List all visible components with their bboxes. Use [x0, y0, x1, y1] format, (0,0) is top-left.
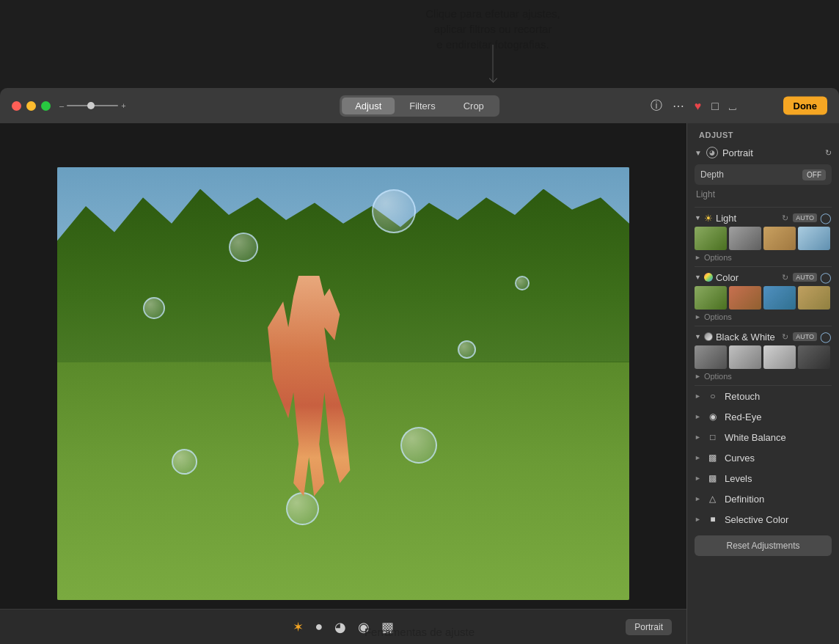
white-balance-icon: □ — [707, 431, 719, 443]
color-options-label[interactable]: Options — [704, 312, 732, 321]
selective-color-expand-icon[interactable]: ► — [695, 516, 701, 523]
color-thumb-1[interactable] — [695, 286, 727, 310]
portrait-icon: ◕ — [706, 147, 718, 158]
depth-label: Depth — [700, 169, 802, 180]
bw-options-chevron[interactable]: ► — [695, 373, 701, 380]
done-button[interactable]: Done — [783, 97, 828, 115]
color-thumb-3[interactable] — [763, 286, 796, 310]
color-thumb-2[interactable] — [729, 286, 761, 310]
brightness-max-icon: + — [121, 101, 125, 110]
portrait-title: Portrait — [722, 147, 821, 158]
favorite-icon[interactable]: ♥ — [695, 99, 702, 112]
white-balance-item[interactable]: ► □ White Balance — [687, 427, 839, 447]
photo-canvas — [57, 167, 629, 600]
light-options-label[interactable]: Options — [704, 253, 732, 262]
light-thumb-4[interactable] — [798, 227, 830, 250]
definition-item[interactable]: ► △ Definition — [687, 489, 839, 509]
light-options-chevron[interactable]: ► — [695, 254, 701, 261]
bw-thumb-3[interactable] — [763, 345, 796, 369]
brightness-min-icon: – — [59, 101, 64, 110]
color-icon — [704, 273, 713, 282]
traffic-lights — [12, 101, 51, 111]
light-thumb-1[interactable] — [695, 227, 727, 250]
tab-adjust[interactable]: Adjust — [342, 98, 395, 114]
bubble-8 — [515, 276, 530, 290]
compare-icon[interactable]: ◕ — [334, 619, 346, 635]
light-thumb-2[interactable] — [729, 227, 761, 250]
photo-grass — [57, 362, 629, 601]
bw-auto-badge[interactable]: AUTO — [793, 332, 817, 341]
red-eye-expand-icon[interactable]: ► — [695, 413, 701, 420]
color-auto-badge[interactable]: AUTO — [793, 273, 817, 282]
color-toggle-icon[interactable]: ◯ — [820, 271, 832, 283]
histogram-icon[interactable]: ▩ — [381, 619, 394, 635]
tab-crop[interactable]: Crop — [450, 98, 497, 114]
selective-color-item[interactable]: ► ■ Selective Color — [687, 509, 839, 530]
tab-filters[interactable]: Filters — [396, 98, 448, 114]
maximize-button[interactable] — [41, 101, 51, 111]
red-eye-icon: ◉ — [707, 411, 719, 422]
slideshow-icon[interactable]: ⎵ — [729, 99, 736, 112]
color-thumb-4[interactable] — [798, 286, 830, 310]
titlebar: – + Adjust Filters Crop ⓘ ⋯ ♥ □ ⎵ Done — [0, 88, 839, 123]
portrait-chevron[interactable]: ▼ — [695, 149, 702, 157]
bw-toggle-icon[interactable]: ◯ — [820, 331, 832, 343]
light-reset-icon[interactable]: ↻ — [782, 213, 788, 223]
reset-adjustments-button[interactable]: Reset Adjustments — [695, 535, 832, 556]
selective-color-icon: ■ — [707, 513, 719, 525]
original-icon[interactable]: ● — [315, 619, 323, 634]
bw-options-label[interactable]: Options — [704, 372, 732, 381]
curves-expand-icon[interactable]: ► — [695, 454, 701, 461]
bw-thumb-2[interactable] — [729, 345, 761, 369]
light-chevron[interactable]: ▼ — [695, 214, 701, 222]
minimize-button[interactable] — [26, 101, 36, 111]
light-toggle-icon[interactable]: ◯ — [820, 212, 832, 224]
tab-group: Adjust Filters Crop — [340, 95, 499, 117]
brightness-control[interactable]: – + — [59, 101, 126, 110]
white-balance-expand-icon[interactable]: ► — [695, 433, 701, 441]
retouch-item[interactable]: ► ○ Retouch — [687, 386, 839, 406]
color-section-header: ▼ Color ↻ AUTO ◯ — [687, 267, 839, 285]
levels-label: Levels — [725, 473, 832, 484]
bw-title: Black & White — [716, 332, 777, 343]
close-button[interactable] — [12, 101, 21, 111]
bottom-toolbar: ✶ ● ◕ ◉ ▩ Portrait — [0, 609, 686, 644]
depth-off-badge[interactable]: OFF — [802, 169, 826, 180]
curves-item[interactable]: ► ▩ Curves — [687, 447, 839, 468]
zoom-icon[interactable]: ◉ — [358, 619, 370, 635]
portrait-button[interactable]: Portrait — [626, 619, 672, 635]
red-eye-item[interactable]: ► ◉ Red-Eye — [687, 406, 839, 427]
portrait-section: ▼ ◕ Portrait ↻ Depth OFF Light — [687, 144, 839, 207]
portrait-mode-icon[interactable]: ✶ — [293, 619, 304, 635]
color-title: Color — [716, 272, 777, 283]
portrait-reset-icon[interactable]: ↻ — [825, 148, 832, 158]
bubble-1 — [372, 189, 416, 233]
brightness-slider[interactable] — [67, 105, 118, 106]
bw-chevron[interactable]: ▼ — [695, 333, 701, 340]
levels-item[interactable]: ► ▩ Levels — [687, 468, 839, 489]
light-options-row: ► Options — [687, 252, 839, 266]
info-icon[interactable]: ⓘ — [651, 98, 662, 114]
tooltip-line2: aplicar filtros ou recortar — [293, 21, 692, 37]
share-icon[interactable]: □ — [711, 99, 719, 112]
definition-expand-icon[interactable]: ► — [695, 495, 701, 502]
more-icon[interactable]: ⋯ — [673, 99, 684, 113]
right-panel: ADJUST ▼ ◕ Portrait ↻ Depth OFF Light ▼ — [686, 123, 839, 644]
light-thumb-3[interactable] — [763, 227, 796, 250]
bw-section-header: ▼ Black & White ↻ AUTO ◯ — [687, 326, 839, 344]
retouch-expand-icon[interactable]: ► — [695, 392, 701, 400]
tooltip-line3: e endireitar fotografias. — [293, 37, 692, 52]
color-chevron[interactable]: ▼ — [695, 274, 701, 281]
color-reset-icon[interactable]: ↻ — [782, 273, 788, 282]
light-auto-badge[interactable]: AUTO — [793, 213, 817, 222]
bubble-2 — [229, 233, 258, 262]
bw-reset-icon[interactable]: ↻ — [782, 332, 788, 342]
main-content: ✶ ● ◕ ◉ ▩ Portrait ADJUST ▼ ◕ Portrait ↻ — [0, 123, 839, 644]
color-thumb-strip — [687, 285, 839, 311]
bw-thumb-1[interactable] — [695, 345, 727, 369]
levels-icon: ▩ — [707, 472, 719, 484]
color-options-chevron[interactable]: ► — [695, 313, 701, 321]
levels-expand-icon[interactable]: ► — [695, 475, 701, 482]
red-eye-label: Red-Eye — [725, 411, 832, 422]
bw-thumb-4[interactable] — [798, 345, 830, 369]
